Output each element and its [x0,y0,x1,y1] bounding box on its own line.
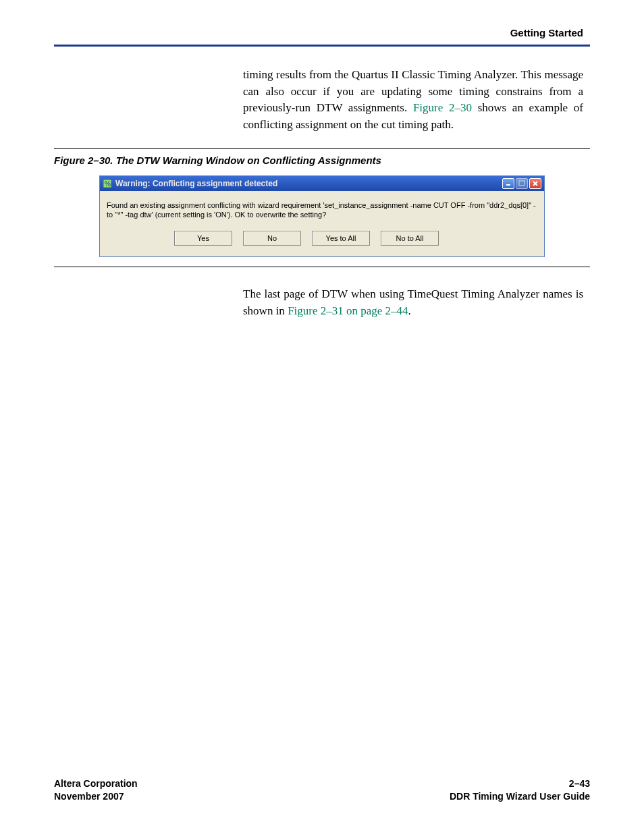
figure-caption: Figure 2–30. The DTW Warning Window on C… [54,155,590,166]
dialog-title: Warning: Conflicting assignment detected [115,179,502,188]
dialog-message: Found an existing assignment conflicting… [100,191,544,223]
dialog-titlebar: % Warning: Conflicting assignment detect… [100,176,544,191]
footer-page-number: 2–43 [450,777,590,791]
footer-doc-title: DDR Timing Wizard User Guide [450,790,590,804]
minimize-icon[interactable] [502,178,514,189]
figure-ref-link-2[interactable]: Figure 2–31 on page 2–44 [288,304,408,317]
para2-post: . [408,304,411,317]
header-divider [54,45,590,47]
no-to-all-button[interactable]: No to All [381,231,439,246]
svg-rect-3 [519,181,525,186]
no-button[interactable]: No [243,231,301,246]
close-icon[interactable] [529,178,541,189]
app-icon: % [103,179,112,188]
yes-to-all-button[interactable]: Yes to All [312,231,370,246]
yes-button[interactable]: Yes [174,231,232,246]
warning-dialog: % Warning: Conflicting assignment detect… [99,175,545,258]
page-footer: Altera Corporation November 2007 2–43 DD… [54,777,590,804]
body-paragraph-1: timing results from the Quartus II Class… [243,67,583,134]
maximize-icon [516,178,528,189]
dialog-button-row: Yes No Yes to All No to All [100,223,544,256]
footer-date: November 2007 [54,790,138,804]
figure-ref-link[interactable]: Figure 2–30 [413,101,472,114]
figure-top-rule [54,148,590,149]
figure-bottom-rule [54,267,590,267]
svg-text:%: % [105,180,111,188]
footer-company: Altera Corporation [54,777,138,791]
section-header: Getting Started [510,27,583,38]
body-paragraph-2: The last page of DTW when using TimeQues… [243,286,583,319]
